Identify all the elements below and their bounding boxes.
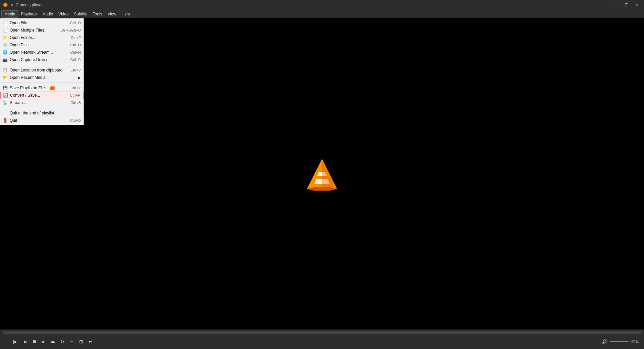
menu-section-location: 📋 Open Location from clipboard Ctrl+V 📂 …	[0, 66, 84, 82]
menu-item-quit[interactable]: 🚪 Quit Ctrl+Q	[0, 117, 84, 124]
menu-item-open-file[interactable]: 📄 Open File... Ctrl+O	[0, 19, 84, 27]
open-disc-shortcut: Ctrl+D	[70, 43, 81, 47]
submenu-arrow-icon: ▶	[78, 76, 81, 80]
quit-end-label: Quit at the end of playlist	[10, 111, 54, 115]
stream-shortcut: Ctrl+S	[70, 101, 81, 105]
time-left: --:--	[3, 340, 9, 344]
menu-section-quit: Quit at the end of playlist 🚪 Quit Ctrl+…	[0, 109, 84, 125]
quit-shortcut: Ctrl+Q	[70, 118, 81, 122]
menu-item-quit-end[interactable]: Quit at the end of playlist	[0, 109, 84, 117]
title-bar-controls: — ❐ ✕	[612, 2, 641, 8]
open-file-shortcut: Ctrl+O	[70, 21, 81, 25]
eject-button[interactable]: ⏏	[49, 338, 57, 346]
menu-item-media[interactable]: Media	[1, 10, 18, 18]
svg-marker-4	[322, 159, 337, 189]
title-bar: 🔶 VLC media player — ❐ ✕	[0, 0, 644, 10]
save-playlist-icon: 💾	[2, 86, 8, 90]
open-capture-label: Open Capture Device...	[10, 57, 52, 62]
open-recent-label: Open Recent Media	[10, 75, 46, 80]
open-multiple-label: Open Multiple Files...	[10, 28, 48, 33]
separator-1	[0, 65, 84, 65]
open-file-icon: 📄	[2, 20, 8, 25]
menu-item-audio[interactable]: Audio	[40, 10, 56, 18]
separator-3	[0, 108, 84, 108]
extended-button[interactable]: ⊞	[77, 338, 85, 346]
open-capture-icon: 📷	[2, 57, 8, 62]
open-network-icon: 🌐	[2, 50, 8, 55]
progress-bar-area[interactable]	[3, 331, 641, 334]
title-bar-title: VLC media player	[11, 3, 43, 7]
stream-icon: 📡	[2, 100, 8, 105]
open-network-label: Open Network Stream...	[10, 50, 53, 55]
menu-item-view[interactable]: View	[105, 10, 119, 18]
volume-area: 🔊 90%	[600, 338, 641, 346]
quit-label: Quit	[10, 118, 17, 123]
menu-item-save-playlist[interactable]: 💾 Save Playlist to File... 2 Ctrl+Y	[0, 84, 84, 92]
stream-label: Stream...	[10, 100, 26, 105]
menu-item-open-folder[interactable]: 📁 Open Folder... Ctrl+F	[0, 34, 84, 41]
play-button[interactable]: ▶	[11, 338, 19, 346]
open-multiple-icon: 📄	[2, 28, 8, 33]
video-area	[0, 18, 644, 330]
menu-section-open: 📄 Open File... Ctrl+O 📄 Open Multiple Fi…	[0, 18, 84, 64]
media-dropdown-menu: 📄 Open File... Ctrl+O 📄 Open Multiple Fi…	[0, 18, 84, 125]
open-folder-label: Open Folder...	[10, 35, 35, 40]
menu-item-help[interactable]: Help	[119, 10, 132, 18]
next-button[interactable]: ⏭	[40, 338, 48, 346]
menu-item-open-location[interactable]: 📋 Open Location from clipboard Ctrl+V	[0, 66, 84, 74]
save-playlist-shortcut: Ctrl+Y	[70, 86, 81, 90]
menu-item-tools[interactable]: Tools	[90, 10, 105, 18]
menu-item-convert-save[interactable]: 🔄 Convert / Save... Ctrl+R	[0, 92, 84, 99]
open-network-shortcut: Ctrl+N	[70, 50, 81, 54]
menu-item-open-network[interactable]: 🌐 Open Network Stream... Ctrl+N	[0, 49, 84, 56]
volume-icon[interactable]: 🔊	[600, 338, 608, 346]
minimize-button[interactable]: —	[612, 2, 621, 8]
open-multiple-shortcut: Ctrl+Shift+O	[60, 28, 81, 32]
menu-item-playback[interactable]: Playback	[18, 10, 40, 18]
playlist-button[interactable]: ☰	[68, 338, 76, 346]
quit-icon: 🚪	[2, 118, 8, 123]
vlc-cone	[307, 157, 337, 191]
convert-save-label: Convert / Save...	[10, 93, 40, 98]
menu-item-open-recent[interactable]: 📂 Open Recent Media ▶	[0, 74, 84, 81]
menu-section-playlist: 💾 Save Playlist to File... 2 Ctrl+Y 🔄 Co…	[0, 84, 84, 107]
open-file-label: Open File...	[10, 20, 31, 25]
open-location-shortcut: Ctrl+V	[70, 68, 81, 72]
menu-item-subtitle[interactable]: Subtitle	[71, 10, 90, 18]
open-location-label: Open Location from clipboard	[10, 68, 62, 72]
menu-item-open-capture[interactable]: 📷 Open Capture Device... Ctrl+C	[0, 56, 84, 63]
save-playlist-badge: 2	[50, 86, 55, 90]
open-folder-shortcut: Ctrl+F	[71, 36, 81, 40]
menu-item-open-disc[interactable]: 💿 Open Disc... Ctrl+D	[0, 41, 84, 49]
volume-label: 90%	[631, 340, 641, 344]
convert-save-icon: 🔄	[3, 93, 8, 98]
open-folder-icon: 📁	[2, 35, 8, 40]
close-button[interactable]: ✕	[632, 2, 641, 8]
prev-button[interactable]: ⏮	[21, 338, 29, 346]
save-playlist-label: Save Playlist to File...	[10, 86, 48, 90]
separator-2	[0, 83, 84, 83]
controls-bar: --:-- ▶ ⏮ ⏹ ⏭ ⏏ ↻ ☰ ⊞ ⇌ 🔊 90%	[0, 330, 644, 349]
open-location-icon: 📋	[2, 68, 8, 72]
open-disc-icon: 💿	[2, 43, 8, 47]
controls-buttons: --:-- ▶ ⏮ ⏹ ⏭ ⏏ ↻ ☰ ⊞ ⇌ 🔊 90%	[0, 334, 644, 349]
loop-button[interactable]: ↻	[58, 338, 66, 346]
app-icon: 🔶	[3, 2, 8, 8]
menu-item-stream[interactable]: 📡 Stream... Ctrl+S	[0, 99, 84, 106]
maximize-button[interactable]: ❐	[622, 2, 631, 8]
convert-save-shortcut: Ctrl+R	[70, 93, 80, 97]
title-bar-left: 🔶 VLC media player	[3, 2, 43, 8]
volume-slider[interactable]	[610, 341, 630, 342]
menu-item-open-multiple[interactable]: 📄 Open Multiple Files... Ctrl+Shift+O	[0, 27, 84, 34]
stop-button[interactable]: ⏹	[30, 338, 38, 346]
shuffle-button[interactable]: ⇌	[87, 338, 95, 346]
open-recent-icon: 📂	[2, 75, 8, 80]
open-disc-label: Open Disc...	[10, 43, 32, 47]
menu-bar: Media Playback Audio Video Subtitle Tool…	[0, 10, 644, 18]
menu-item-video[interactable]: Video	[56, 10, 71, 18]
volume-fill	[610, 341, 628, 342]
open-capture-shortcut: Ctrl+C	[70, 58, 81, 62]
